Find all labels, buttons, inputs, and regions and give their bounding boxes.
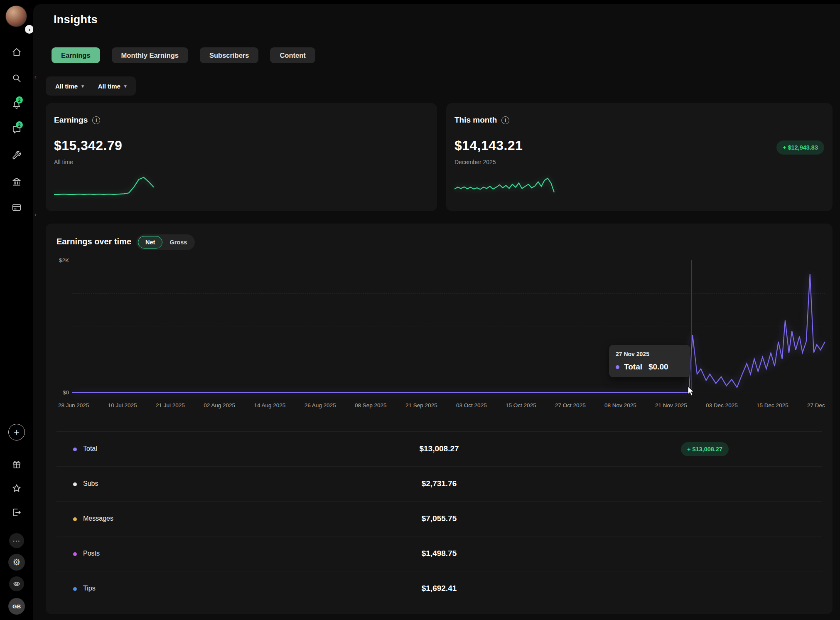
x-axis-label: 21 Nov 2025 (655, 402, 687, 408)
x-axis-label: 03 Oct 2025 (456, 402, 487, 408)
legend-dot (73, 448, 77, 451)
chart-plot-area[interactable]: 27 Nov 2025 Total $0.00 (72, 260, 825, 393)
chart-title: Earnings over time (56, 237, 131, 246)
home-icon[interactable] (11, 47, 22, 57)
y-axis-label-bottom: $0 (47, 389, 69, 396)
more-options-button[interactable]: ⋯ (9, 533, 24, 548)
chevron-right-icon: › (28, 26, 30, 33)
tools-wrench-icon[interactable] (11, 150, 22, 161)
x-axis-label: 02 Aug 2025 (204, 402, 235, 408)
star-icon[interactable] (11, 483, 22, 494)
chevron-down-icon: ▾ (81, 84, 84, 89)
create-new-button[interactable]: + (8, 424, 25, 440)
x-axis-label: 28 Jun 2025 (58, 402, 89, 408)
chevron-down-icon: ▾ (124, 84, 127, 89)
settings-gear-button[interactable]: ⚙ (8, 554, 25, 571)
legend-row-subs[interactable]: Subs $2,731.76 (56, 467, 822, 502)
tab-bar: Earnings Monthly Earnings Subscribers Co… (52, 47, 315, 63)
earnings-amount: $15,342.79 (54, 138, 122, 153)
toggle-gross[interactable]: Gross (163, 239, 193, 246)
legend-dot (73, 482, 77, 486)
card-title: Earnings i (54, 116, 100, 125)
this-month-sparkline (454, 173, 554, 203)
ellipsis-icon: ⋯ (12, 536, 21, 546)
this-month-amount: $14,143.21 (454, 138, 523, 153)
gear-icon: ⚙ (13, 557, 21, 567)
sidebar-expand-button[interactable]: › (25, 25, 34, 34)
tooltip-series-name: Total (624, 362, 642, 372)
tooltip-series-dot (616, 365, 619, 369)
tab-monthly-earnings[interactable]: Monthly Earnings (112, 47, 188, 63)
legend-label: Total (83, 445, 97, 453)
legend-dot (73, 587, 77, 591)
earnings-period: All time (54, 159, 73, 165)
earnings-total-card: Earnings i $15,342.79 All time (46, 103, 437, 211)
x-axis-label: 21 Sep 2025 (405, 402, 437, 408)
earnings-line-chart (72, 260, 825, 393)
legend-row-messages[interactable]: Messages $7,055.75 (56, 502, 822, 536)
legend-label: Tips (83, 585, 96, 592)
panel-edge-chevron: ‹ (34, 211, 37, 218)
legend-label: Posts (83, 550, 100, 557)
earnings-sparkline (54, 173, 154, 203)
info-icon[interactable]: i (501, 116, 509, 124)
x-axis-label: 08 Sep 2025 (355, 402, 387, 408)
card-title: This month i (454, 116, 509, 125)
legend-row-posts[interactable]: Posts $1,498.75 (56, 536, 822, 571)
messages-count-badge: 2 (16, 121, 23, 128)
x-axis-label: 10 Jul 2025 (108, 402, 137, 408)
profile-avatar[interactable] (5, 5, 27, 27)
main-panel: ‹ ‹ Insights Earnings Monthly Earnings S… (33, 4, 840, 620)
notifications-count-badge: 2 (16, 96, 23, 103)
legend-row-tips[interactable]: Tips $1,692.41 (56, 571, 822, 606)
filter-bar: All time ▾ All time ▾ (46, 76, 136, 96)
legend-value: $7,055.75 (422, 514, 457, 523)
x-axis-label: 08 Nov 2025 (604, 402, 636, 408)
x-axis-label: 14 Aug 2025 (254, 402, 286, 408)
chart-legend-table: Total $13,008.27 + $13,008.27 Subs $2,73… (56, 431, 822, 606)
y-axis-label-top: $2K (47, 257, 69, 263)
legend-value: $1,692.41 (422, 584, 457, 593)
x-axis-label: 21 Jul 2025 (156, 402, 185, 408)
tooltip-date: 27 Nov 2025 (616, 351, 684, 357)
search-icon[interactable] (11, 73, 22, 84)
total-delta-badge: + $13,008.27 (681, 442, 729, 456)
preview-eye-button[interactable] (9, 576, 24, 591)
x-axis-label: 03 Dec 2025 (706, 402, 738, 408)
info-icon[interactable]: i (92, 116, 100, 124)
x-axis-label: 27 Oct 2025 (555, 402, 586, 408)
this-month-period: December 2025 (454, 159, 496, 165)
legend-label: Subs (83, 480, 98, 487)
eye-icon (12, 580, 21, 588)
x-axis-label: 15 Dec 2025 (756, 402, 788, 408)
app-root: › 2 2 + (0, 0, 840, 620)
tooltip-value: $0.00 (648, 362, 668, 372)
legend-label: Messages (83, 515, 113, 522)
panel-edge-chevron: ‹ (34, 73, 37, 80)
toggle-net[interactable]: Net (138, 236, 162, 248)
legend-dot (73, 552, 77, 556)
x-axis-label: 27 Dec (807, 402, 825, 408)
plus-icon: + (14, 426, 20, 438)
tab-subscribers[interactable]: Subscribers (200, 47, 258, 63)
this-month-card: This month i $14,143.21 December 2025 + … (446, 103, 833, 211)
page-title: Insights (54, 13, 98, 26)
legend-row-total[interactable]: Total $13,008.27 + $13,008.27 (56, 432, 822, 467)
mouse-cursor (687, 386, 695, 396)
date-range-dropdown[interactable]: All time ▾ (48, 76, 91, 96)
bank-icon[interactable] (11, 176, 22, 187)
chart-tooltip: 27 Nov 2025 Total $0.00 (609, 345, 690, 377)
earnings-over-time-card: Earnings over time Net Gross $2K $0 27 N… (46, 224, 833, 614)
logout-icon[interactable] (11, 507, 22, 518)
secondary-range-dropdown[interactable]: All time ▾ (91, 76, 134, 96)
x-axis-labels: 28 Jun 2025 10 Jul 2025 21 Jul 2025 02 A… (58, 402, 825, 408)
this-month-delta-badge: + $12,943.83 (776, 140, 824, 155)
tab-earnings[interactable]: Earnings (52, 47, 100, 63)
x-axis-label: 26 Aug 2025 (305, 402, 336, 408)
secondary-account-avatar[interactable]: GB (8, 598, 25, 615)
tab-content[interactable]: Content (270, 47, 315, 63)
card-wallet-icon[interactable] (11, 202, 22, 213)
x-axis-label: 15 Oct 2025 (506, 402, 536, 408)
gift-icon[interactable] (11, 459, 22, 470)
legend-dot (73, 517, 77, 521)
